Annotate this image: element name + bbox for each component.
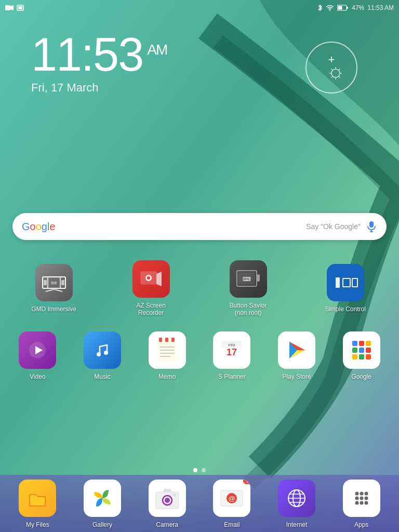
playstore-label: Play Store xyxy=(282,373,311,380)
svg-point-30 xyxy=(147,276,150,280)
gallery-label: Gallery xyxy=(92,521,112,528)
wifi-icon xyxy=(326,5,334,11)
sun-icon xyxy=(321,65,342,81)
app-button-savior[interactable]: ⌨ Button Savior(non root) xyxy=(200,255,297,322)
az-label: AZ ScreenRecorder xyxy=(136,302,166,317)
status-time: 11:53 AM xyxy=(367,4,394,11)
svg-marker-35 xyxy=(336,277,340,288)
internet-icon xyxy=(278,480,315,517)
svg-rect-8 xyxy=(338,6,342,10)
gallery-icon xyxy=(84,480,121,517)
apps-label: Apps xyxy=(354,521,368,528)
search-hint: Say "Ok Google" xyxy=(62,222,361,231)
google-app-label: Google xyxy=(351,373,371,380)
app-memo[interactable]: Memo xyxy=(135,322,200,390)
page-dot-2 xyxy=(202,468,206,472)
svg-rect-61 xyxy=(352,348,357,353)
app-s-planner[interactable]: FRI 17 S Planner xyxy=(200,322,264,390)
gmd-icon: ≡≡ xyxy=(35,264,73,301)
page-dot-1 xyxy=(193,468,197,472)
simple-control-icon xyxy=(327,264,364,301)
playstore-icon xyxy=(278,331,315,369)
myfiles-label: My Files xyxy=(26,521,49,528)
video-label: Video xyxy=(30,373,45,380)
svg-rect-1 xyxy=(5,5,10,10)
svg-rect-60 xyxy=(366,341,371,346)
svg-point-69 xyxy=(165,498,170,503)
svg-point-83 xyxy=(360,496,363,500)
app-row-2: Video Music Memo xyxy=(0,322,399,390)
video-rec-icon xyxy=(5,5,14,11)
status-left-icons xyxy=(5,5,24,11)
svg-rect-62 xyxy=(359,348,364,353)
svg-marker-2 xyxy=(10,5,14,10)
app-az-screen-recorder[interactable]: AZ ScreenRecorder xyxy=(102,255,200,322)
svg-rect-37 xyxy=(352,278,357,287)
dock-email[interactable]: @ 5 Email xyxy=(200,479,264,529)
svg-point-81 xyxy=(364,491,368,495)
svg-rect-65 xyxy=(359,354,364,360)
video-icon xyxy=(19,331,56,369)
svg-rect-59 xyxy=(359,341,364,346)
svg-point-84 xyxy=(364,496,368,500)
svg-rect-66 xyxy=(366,354,371,360)
mic-icon[interactable] xyxy=(366,221,377,232)
camera-icon xyxy=(149,480,186,517)
splanner-label: S Planner xyxy=(218,373,246,380)
svg-rect-45 xyxy=(171,338,175,342)
svg-rect-64 xyxy=(352,354,357,360)
screenshot-icon xyxy=(17,5,24,11)
svg-point-9 xyxy=(331,69,340,77)
google-search-bar[interactable]: Google Say "Ok Google" xyxy=(12,213,387,240)
memo-icon xyxy=(149,331,186,369)
dock-my-files[interactable]: My Files xyxy=(5,479,70,529)
status-right-icons: 47% 11:53 AM xyxy=(317,4,394,11)
app-music[interactable]: Music xyxy=(70,322,135,390)
bluetooth-icon xyxy=(317,4,323,11)
email-badge: 5 xyxy=(243,480,250,484)
svg-text:≡≡: ≡≡ xyxy=(51,280,57,286)
clock-widget: 11:53AM Fri, 17 March xyxy=(31,31,167,95)
battery-icon xyxy=(337,5,349,11)
svg-line-16 xyxy=(331,76,332,77)
weather-widget[interactable]: + xyxy=(305,42,357,94)
clock-date: Fri, 17 March xyxy=(31,81,167,95)
dock-apps[interactable]: Apps xyxy=(329,479,394,529)
weather-add-icon: + xyxy=(328,54,335,65)
clock-time: 11:53AM xyxy=(31,31,167,78)
svg-rect-18 xyxy=(369,221,374,228)
music-icon xyxy=(84,331,121,369)
app-gmd-immersive[interactable]: ≡≡ GMD Immersive xyxy=(5,255,102,322)
app-google[interactable]: Google xyxy=(329,322,394,390)
splanner-icon: FRI 17 xyxy=(213,331,250,369)
simple-control-label: Simple Control xyxy=(325,305,366,313)
svg-point-5 xyxy=(329,10,330,11)
svg-point-87 xyxy=(364,501,368,504)
email-icon: @ 5 xyxy=(213,480,250,517)
svg-rect-34 xyxy=(257,274,260,282)
app-video[interactable]: Video xyxy=(5,322,70,390)
status-bar: 47% 11:53 AM xyxy=(0,0,399,16)
dock-gallery[interactable]: Gallery xyxy=(70,479,135,529)
gmd-label: GMD Immersive xyxy=(31,305,76,313)
svg-rect-25 xyxy=(61,280,64,285)
svg-point-86 xyxy=(360,501,363,504)
svg-marker-28 xyxy=(156,272,162,286)
dock-internet[interactable]: Internet xyxy=(264,479,329,529)
svg-point-85 xyxy=(355,501,358,504)
svg-point-82 xyxy=(355,496,358,500)
svg-point-79 xyxy=(355,491,358,495)
app-simple-control[interactable]: Simple Control xyxy=(297,255,394,322)
svg-rect-4 xyxy=(18,6,22,9)
myfiles-icon xyxy=(19,480,56,517)
music-label: Music xyxy=(94,373,110,380)
svg-rect-24 xyxy=(44,280,47,285)
google-logo: Google xyxy=(22,221,56,233)
dock-camera[interactable]: Camera xyxy=(135,479,200,529)
svg-line-15 xyxy=(339,76,340,77)
app-play-store[interactable]: Play Store xyxy=(264,322,329,390)
button-savior-icon: ⌨ xyxy=(230,260,267,298)
svg-point-70 xyxy=(173,494,176,497)
app-row-1: ≡≡ GMD Immersive AZ ScreenRecorder ⌨ xyxy=(0,255,399,322)
svg-rect-43 xyxy=(159,338,162,342)
